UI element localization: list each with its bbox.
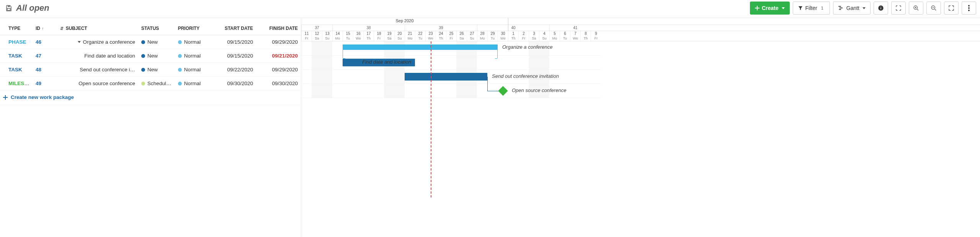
gantt-task-bar[interactable]: Send out conference invitation — [405, 73, 487, 81]
gantt-phase-bar[interactable]: Organize a conference — [343, 44, 498, 50]
table-row[interactable]: PHASE46Organize a conferenceNewNormal09/… — [0, 35, 301, 49]
filter-button[interactable]: Filter 1 — [793, 2, 830, 15]
id-link[interactable]: 47 — [36, 53, 41, 59]
gantt-day-cell: 27Su — [467, 31, 477, 41]
status-dot-icon — [141, 40, 145, 44]
gantt-day-cell: 29Tu — [487, 31, 498, 41]
gantt-task-bar[interactable]: Find date and location — [343, 59, 415, 66]
svg-point-11 — [968, 7, 970, 9]
priority-text: Normal — [184, 53, 201, 59]
svg-rect-3 — [840, 8, 843, 8]
zoom-out-icon — [931, 5, 937, 11]
filter-count-badge: 1 — [820, 5, 825, 11]
gantt-day-cell: 23We — [425, 31, 436, 41]
col-header-id[interactable]: ID↑ — [33, 22, 57, 35]
filter-button-label: Filter — [805, 5, 817, 11]
toolbar-right: Create Filter 1 Gantt — [750, 2, 976, 15]
toolbar: All open Create Filter 1 — [0, 0, 980, 18]
priority-dot-icon — [178, 68, 182, 72]
create-button-label: Create — [762, 5, 779, 11]
col-header-id-label: ID — [36, 26, 40, 31]
col-header-finish[interactable]: FINISH DATE — [256, 22, 301, 35]
info-icon — [878, 5, 884, 11]
gantt-day-cell: 25Fr — [446, 31, 456, 41]
svg-rect-2 — [838, 6, 841, 7]
gantt-bar-label: Organize a conference — [502, 44, 553, 50]
plus-icon — [755, 6, 760, 10]
fullscreen-icon — [948, 5, 954, 11]
caret-down-icon — [782, 7, 785, 9]
gantt-week-cell: 38 — [332, 25, 405, 31]
id-link[interactable]: 49 — [36, 81, 41, 86]
gantt-day-cell: 6Tu — [560, 31, 570, 41]
gantt-day-cell: 19Sa — [384, 31, 394, 41]
create-button[interactable]: Create — [750, 2, 790, 15]
info-button[interactable] — [874, 2, 888, 15]
zoom-auto-button[interactable] — [891, 2, 906, 15]
gantt-pane[interactable]: Sep 2020 3738394041 11Fr12Sa13Su14Mo15Tu… — [301, 18, 980, 237]
work-package-table-pane: TYPE ID↑ ⇵SUBJECT STATUS PRIORITY START … — [0, 18, 301, 237]
col-header-priority[interactable]: PRIORITY — [175, 22, 212, 35]
finish-date: 09/29/2020 — [272, 39, 298, 45]
gantt-week-cell: 39 — [405, 25, 477, 31]
subject-text[interactable]: Open source conference — [78, 81, 135, 86]
priority-text: Normal — [184, 67, 201, 72]
gantt-day-cell: 2Fr — [518, 31, 529, 41]
table-row[interactable]: MILESTONE49Open source conferenceSchedul… — [0, 77, 301, 91]
col-header-type[interactable]: TYPE — [0, 22, 33, 35]
gantt-day-cell: 7We — [570, 31, 580, 41]
gantt-toggle-button[interactable]: Gantt — [833, 2, 871, 15]
svg-rect-6 — [880, 8, 881, 10]
col-header-subject[interactable]: ⇵SUBJECT — [57, 22, 138, 35]
hierarchy-icon: ⇵ — [60, 26, 64, 31]
zoom-out-button[interactable] — [926, 2, 941, 15]
gantt-today-line — [431, 41, 431, 198]
col-header-status[interactable]: STATUS — [138, 22, 175, 35]
gantt-bar-label: Find date and location — [362, 59, 411, 65]
gantt-day-cell: 8Th — [580, 31, 591, 41]
id-link[interactable]: 48 — [36, 67, 41, 72]
gantt-month-label: Sep 2020 — [301, 18, 508, 23]
gantt-day-cell: 16We — [353, 31, 363, 41]
more-menu-button[interactable] — [962, 2, 976, 15]
zoom-in-button[interactable] — [909, 2, 923, 15]
table-row[interactable]: TASK48Send out conference i…NewNormal09/… — [0, 63, 301, 77]
gantt-bar-label: Open source conference — [512, 87, 566, 93]
finish-date: 09/29/2020 — [272, 67, 298, 72]
status-text: New — [147, 53, 158, 59]
table-row[interactable]: TASK47Find date and locationNewNormal09/… — [0, 49, 301, 63]
gantt-day-cell: 1Th — [508, 31, 518, 41]
svg-rect-1 — [7, 8, 10, 10]
priority-dot-icon — [178, 54, 182, 58]
status-text: New — [147, 39, 158, 45]
status-dot-icon — [141, 54, 145, 58]
create-work-package-row[interactable]: Create new work package — [0, 91, 301, 105]
subject-text[interactable]: Send out conference i… — [80, 67, 135, 72]
start-date: 09/15/2020 — [227, 53, 253, 59]
fullscreen-button[interactable] — [944, 2, 959, 15]
id-link[interactable]: 46 — [36, 39, 41, 45]
col-header-start[interactable]: START DATE — [211, 22, 256, 35]
status-text: New — [147, 67, 158, 72]
finish-date: 09/30/2020 — [272, 81, 298, 86]
sort-asc-icon: ↑ — [42, 26, 44, 31]
svg-point-10 — [968, 5, 970, 7]
gantt-day-cell: 12Sa — [312, 31, 322, 41]
expand-toggle-icon[interactable] — [78, 41, 81, 43]
priority-text: Normal — [184, 39, 201, 45]
view-title[interactable]: All open — [16, 3, 49, 13]
create-work-package-link[interactable]: Create new work package — [3, 94, 74, 100]
save-icon[interactable] — [5, 5, 12, 12]
gantt-day-cell: 26Sa — [456, 31, 467, 41]
zoom-in-icon — [913, 5, 919, 11]
subject-text[interactable]: Organize a conference — [83, 39, 136, 45]
gantt-day-cell: 24Th — [436, 31, 446, 41]
gantt-day-cell: 28Mo — [477, 31, 487, 41]
priority-dot-icon — [178, 82, 182, 86]
gantt-day-cell: 17Th — [363, 31, 374, 41]
subject-text[interactable]: Find date and location — [84, 53, 135, 59]
svg-rect-7 — [880, 7, 881, 7]
work-package-table: TYPE ID↑ ⇵SUBJECT STATUS PRIORITY START … — [0, 22, 301, 105]
gantt-header: Sep 2020 3738394041 11Fr12Sa13Su14Mo15Tu… — [301, 18, 980, 41]
caret-down-icon — [862, 7, 866, 9]
